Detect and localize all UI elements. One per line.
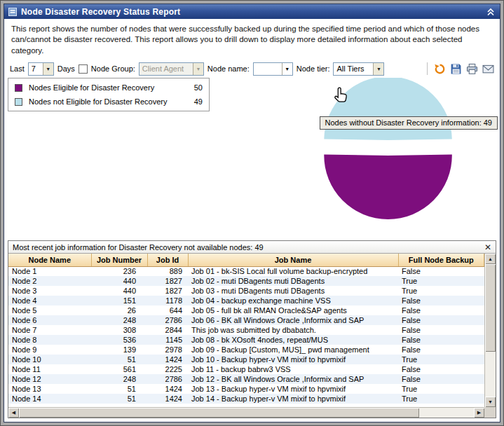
table-row[interactable]: Node 73082844This job was submitted by d… (8, 325, 484, 335)
email-icon[interactable] (482, 63, 494, 75)
report-window-frame: Node Disaster Recovery Status Report Thi… (0, 0, 504, 426)
table-cell: False (398, 315, 484, 325)
table-row[interactable]: Node 34401827Job 03 - muti DBagents muti… (8, 286, 484, 296)
table-cell: 1827 (147, 276, 188, 286)
table-cell: True (398, 384, 484, 394)
table-row[interactable]: Node 24401827Job 02 - muti DBagents muti… (8, 276, 484, 286)
table-row[interactable]: Node 10511424Job 10 - Backup hyper-v VM … (8, 355, 484, 364)
node-name-input[interactable]: ▼ (253, 62, 293, 76)
table-cell: True (398, 355, 484, 364)
table-cell: Job 14 - Backup hyper-v VM mixif to hpvm… (188, 394, 398, 404)
vertical-scroll-thumb[interactable] (485, 264, 496, 352)
table-cell: 51 (91, 355, 147, 364)
table-cell: 1178 (147, 296, 188, 305)
table-cell: False (398, 305, 484, 315)
table-cell: Node 5 (8, 305, 91, 315)
column-header[interactable]: Job Name (188, 254, 398, 266)
last-days-value: 7 (29, 63, 43, 75)
table-cell: Job 09 - Backup [Custom, MUS]_ pwd manag… (188, 345, 398, 355)
table-row[interactable]: Node 41511178Job 04 - backup exchange ma… (8, 296, 484, 305)
chevron-down-icon[interactable]: ▼ (193, 63, 203, 75)
table-row[interactable]: Node 91392978Job 09 - Backup [Custom, MU… (8, 345, 484, 355)
table-cell: 236 (91, 266, 147, 276)
collapse-chevrons-icon[interactable] (486, 8, 496, 16)
table-cell: 440 (91, 286, 147, 296)
table-cell: 51 (91, 394, 147, 404)
table-row[interactable]: Node 13511424Job 13 - Backup hyper-v VM … (8, 384, 484, 394)
table-cell: 308 (91, 325, 147, 335)
table-row[interactable]: Node 526644Job 05 - full bk all RMAN Ora… (8, 305, 484, 315)
table-cell: Node 2 (8, 276, 91, 286)
table-cell: False (398, 374, 484, 384)
chevron-down-icon[interactable]: ▼ (43, 63, 53, 75)
table-cell: 26 (91, 305, 147, 315)
table-cell: 248 (91, 315, 147, 325)
scrollbar-corner (484, 407, 496, 418)
table-cell: 151 (91, 296, 147, 305)
column-header[interactable]: Job Id (147, 254, 188, 266)
scroll-left-icon[interactable]: ◀ (8, 408, 19, 418)
table-cell: Node 4 (8, 296, 91, 305)
close-icon[interactable]: ✕ (484, 243, 491, 252)
table-row[interactable]: Node 62482786Job 06 - BK all Windows Ora… (8, 315, 484, 325)
detail-panel-title: Most recent job information for Disaster… (13, 243, 264, 252)
table-cell: Node 13 (8, 384, 91, 394)
scroll-down-icon[interactable]: ▼ (485, 397, 496, 407)
chart-legend: Nodes Eligible for Disaster Recovery50No… (8, 78, 210, 111)
table-row[interactable]: Node 115612225Job 11 - backup babrw3 VSS… (8, 364, 484, 374)
column-header[interactable]: Full Node Backup (398, 254, 484, 266)
job-table: Node NameJob NumberJob IdJob NameFull No… (8, 254, 484, 404)
table-cell: 2978 (147, 345, 188, 355)
table-cell: 1424 (147, 384, 188, 394)
toolbar-actions (425, 62, 494, 75)
table-cell: False (398, 325, 484, 335)
node-group-checkbox[interactable] (79, 64, 88, 74)
chevron-down-icon[interactable]: ▼ (282, 63, 292, 75)
table-cell: Node 10 (8, 355, 91, 364)
table-cell: Job 10 - Backup hyper-v VM mixif to hpvm… (188, 355, 398, 364)
report-window: Node Disaster Recovery Status Report Thi… (4, 4, 500, 422)
scroll-right-icon[interactable]: ▶ (474, 408, 484, 418)
legend-value: 49 (194, 97, 203, 106)
print-icon[interactable] (466, 63, 478, 75)
table-cell: 1827 (147, 286, 188, 296)
table-cell: Job 08 - bk XOsoft 4nodes, repeat/MUS (188, 335, 398, 345)
save-icon[interactable] (450, 63, 462, 75)
vertical-scroll-track[interactable] (485, 264, 496, 397)
node-group-select[interactable]: Client Agent ▼ (139, 62, 204, 76)
table-cell: Job 12 - BK all Windows Oracle ,Informix… (188, 374, 398, 384)
scroll-up-icon[interactable]: ▲ (485, 254, 496, 264)
table-row[interactable]: Node 122482786Job 12 - BK all Windows Or… (8, 374, 484, 384)
table-cell: Job 05 - full bk all RMAN Oracle&SAP age… (188, 305, 398, 315)
table-row[interactable]: Node 14511424Job 14 - Backup hyper-v VM … (8, 394, 484, 404)
horizontal-scroll-track[interactable] (19, 408, 474, 418)
horizontal-scroll-thumb[interactable] (19, 408, 419, 418)
pie-slice[interactable] (324, 155, 452, 219)
table-cell: False (398, 345, 484, 355)
horizontal-scrollbar[interactable]: ◀ ▶ (8, 407, 484, 418)
last-days-select[interactable]: 7 ▼ (28, 62, 54, 76)
table-row[interactable]: Node 1236889Job 01 - bk-SIS Local full v… (8, 266, 484, 276)
table-row[interactable]: Node 85361145Job 08 - bk XOsoft 4nodes, … (8, 335, 484, 345)
chevron-down-icon[interactable]: ▼ (373, 63, 383, 75)
chart-tooltip: Nodes without Disaster Recovery informat… (320, 116, 498, 130)
vertical-scrollbar[interactable]: ▲ ▼ (484, 254, 496, 407)
table-cell: 2786 (147, 315, 188, 325)
window-icon (8, 8, 17, 16)
node-tier-select[interactable]: All Tiers ▼ (333, 62, 384, 76)
legend-swatch-icon (15, 84, 22, 92)
table-cell: Job 01 - bk-SIS Local full volume backup… (188, 266, 398, 276)
table-cell: False (398, 335, 484, 345)
legend-item[interactable]: Nodes not Eligible for Disaster Recovery… (15, 97, 203, 106)
table-cell: True (398, 394, 484, 404)
table-cell: Node 3 (8, 286, 91, 296)
refresh-icon[interactable] (434, 63, 446, 75)
column-header[interactable]: Node Name (8, 254, 91, 266)
legend-item[interactable]: Nodes Eligible for Disaster Recovery50 (15, 83, 203, 92)
pie-chart-area: Nodes Eligible for Disaster Recovery50No… (4, 78, 500, 239)
column-header[interactable]: Job Number (91, 254, 147, 266)
job-table-body: Node 1236889Job 01 - bk-SIS Local full v… (8, 266, 484, 404)
node-name-label: Node name: (207, 64, 250, 73)
legend-label: Nodes Eligible for Disaster Recovery (29, 83, 194, 92)
table-cell: 1424 (147, 394, 188, 404)
